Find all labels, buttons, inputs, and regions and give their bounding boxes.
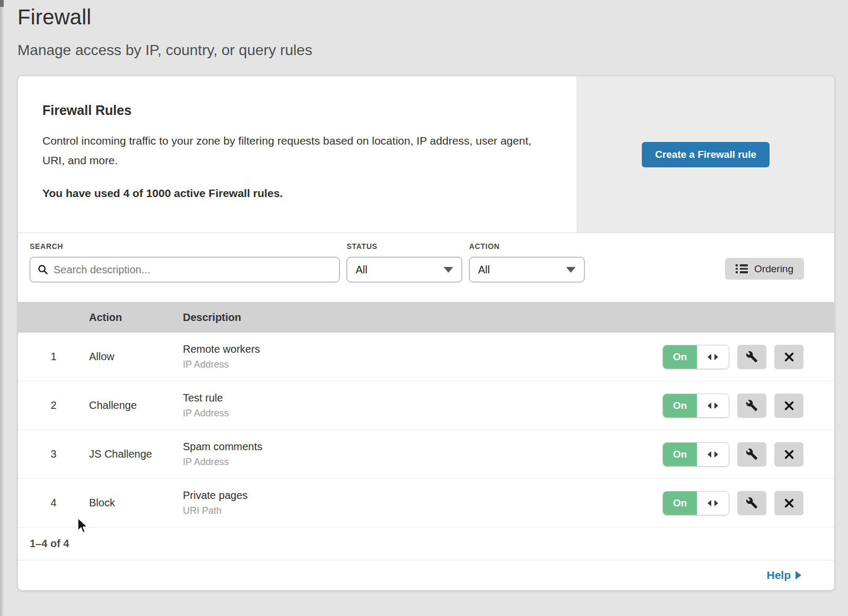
card-footer: Help (18, 560, 834, 590)
rule-action: Allow (89, 351, 183, 363)
rule-controls: On (662, 491, 834, 515)
status-select[interactable]: All (347, 257, 462, 282)
firewall-rules-card: Firewall Rules Control incoming traffic … (17, 76, 835, 591)
filters-bar: SEARCH STATUS All ACTION (18, 233, 834, 302)
help-link-label: Help (766, 569, 791, 582)
toggle-on-label[interactable]: On (663, 443, 697, 466)
rule-enabled-toggle[interactable]: On (662, 491, 729, 515)
edit-rule-button[interactable] (737, 491, 766, 515)
toggle-on-label[interactable]: On (663, 394, 697, 417)
help-link[interactable]: Help (766, 569, 801, 582)
overview-heading: Firewall Rules (42, 103, 552, 118)
toggle-drag-handle[interactable] (697, 492, 729, 515)
page-title: Firewall (17, 5, 848, 29)
rule-controls: On (662, 345, 834, 369)
column-header-action: Action (89, 311, 183, 324)
rule-match-field: URI Path (183, 505, 662, 516)
rule-action: Block (89, 497, 183, 509)
rule-enabled-toggle[interactable]: On (662, 394, 729, 418)
overview-description: Control incoming traffic to your zone by… (42, 131, 546, 170)
rule-description: Test rule (183, 392, 662, 404)
create-firewall-rule-button[interactable]: Create a Firewall rule (642, 142, 770, 167)
action-label: ACTION (469, 242, 585, 251)
rule-enabled-toggle[interactable]: On (662, 442, 729, 467)
overview-section: Firewall Rules Control incoming traffic … (18, 76, 834, 233)
toggle-on-label[interactable]: On (663, 345, 697, 369)
rule-priority: 2 (18, 399, 89, 412)
toggle-drag-handle[interactable] (697, 443, 729, 466)
rule-controls: On (662, 442, 834, 467)
search-input[interactable] (54, 264, 332, 276)
left-right-arrows-icon (706, 353, 720, 361)
table-row: 1 Allow Remote workers IP Address On (18, 333, 834, 381)
rule-description: Spam comments (183, 441, 662, 453)
rule-priority: 1 (18, 351, 89, 363)
toggle-on-label[interactable]: On (663, 492, 697, 515)
search-filter-group: SEARCH (30, 242, 340, 282)
rule-description: Private pages (183, 489, 662, 502)
delete-rule-button[interactable] (774, 491, 803, 515)
close-icon (784, 400, 794, 411)
status-selected-value: All (356, 264, 367, 276)
wrench-icon (746, 351, 758, 363)
rule-description: Remote workers (183, 343, 662, 355)
create-rule-aside: Create a Firewall rule (577, 76, 834, 233)
rule-match-field: IP Address (183, 359, 662, 370)
chevron-down-icon (444, 267, 453, 273)
delete-rule-button[interactable] (774, 442, 803, 467)
window-edge (0, 0, 4, 616)
rule-enabled-toggle[interactable]: On (662, 345, 729, 369)
ordered-list-icon (736, 264, 748, 273)
delete-rule-button[interactable] (774, 394, 803, 418)
close-icon (784, 352, 794, 362)
status-label: STATUS (347, 242, 462, 251)
table-row: 4 Block Private pages URI Path On (18, 479, 834, 528)
rule-priority: 4 (18, 497, 89, 509)
page-header: Firewall Manage access by IP, country, o… (0, 0, 848, 59)
table-header-row: Action Description (18, 302, 834, 333)
rule-description-cell: Private pages URI Path (183, 489, 662, 516)
search-label: SEARCH (30, 242, 340, 251)
table-row: 2 Challenge Test rule IP Address On (18, 381, 834, 430)
overview-text-block: Firewall Rules Control incoming traffic … (18, 76, 577, 233)
toggle-drag-handle[interactable] (697, 394, 729, 417)
action-selected-value: All (478, 264, 490, 276)
close-icon (784, 498, 794, 508)
arrow-right-icon (796, 571, 801, 579)
toggle-drag-handle[interactable] (697, 345, 729, 369)
status-filter-group: STATUS All (347, 242, 462, 282)
left-right-arrows-icon (706, 499, 720, 507)
left-right-arrows-icon (706, 402, 720, 409)
action-filter-group: ACTION All (469, 242, 585, 282)
rule-action: Challenge (89, 399, 183, 412)
rule-match-field: IP Address (183, 457, 662, 468)
edit-rule-button[interactable] (737, 345, 766, 369)
search-icon (38, 264, 48, 275)
pagination-status: 1–4 of 4 (18, 528, 834, 560)
window-notch (0, 0, 4, 7)
wrench-icon (746, 497, 758, 509)
ordering-button[interactable]: Ordering (725, 258, 804, 280)
action-select[interactable]: All (469, 257, 585, 282)
page: Firewall Manage access by IP, country, o… (0, 0, 848, 616)
wrench-icon (746, 399, 758, 412)
rule-description-cell: Spam comments IP Address (183, 441, 662, 468)
edit-rule-button[interactable] (737, 394, 766, 418)
column-header-description: Description (183, 311, 803, 324)
rule-action: JS Challenge (89, 448, 183, 460)
rules-table-body: 1 Allow Remote workers IP Address On (18, 333, 834, 528)
close-icon (784, 449, 794, 460)
edit-rule-button[interactable] (737, 442, 766, 467)
chevron-down-icon (566, 267, 576, 273)
wrench-icon (746, 448, 758, 460)
rule-priority: 3 (18, 448, 89, 460)
rule-description-cell: Remote workers IP Address (183, 343, 662, 370)
page-subtitle: Manage access by IP, country, or query r… (17, 42, 848, 59)
rule-description-cell: Test rule IP Address (183, 392, 662, 419)
ordering-button-label: Ordering (754, 263, 793, 275)
search-box[interactable] (30, 257, 340, 282)
left-right-arrows-icon (706, 451, 720, 458)
usage-summary: You have used 4 of 1000 active Firewall … (42, 187, 552, 200)
rule-match-field: IP Address (183, 408, 662, 419)
delete-rule-button[interactable] (774, 345, 803, 369)
